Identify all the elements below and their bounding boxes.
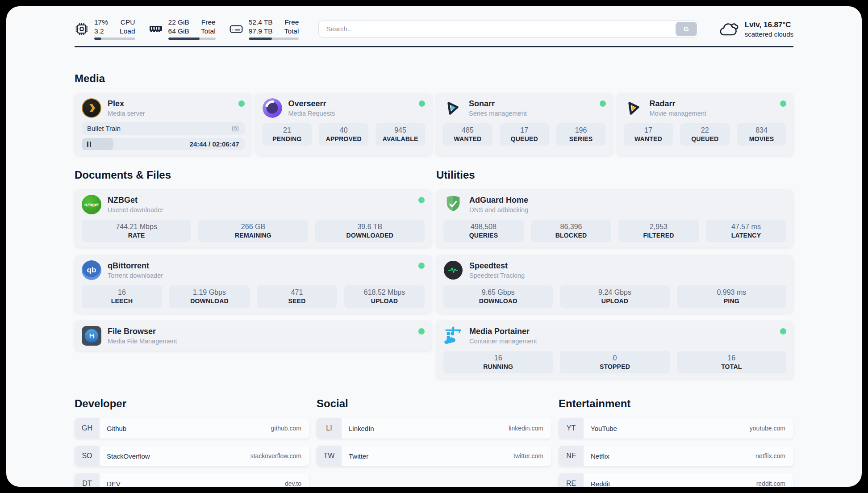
disk-total-label: Total [284,27,299,35]
section-title-utilities: Utilities [436,169,793,181]
status-dot-online [418,263,425,269]
disk-total-value: 97.9 TB [249,27,273,35]
bookmark-abbr: RE [559,473,584,487]
app-card-sonarr[interactable]: Sonarr Series management 485WANTED 17QUE… [436,93,613,155]
app-card-radarr[interactable]: Radarr Movie management 17WANTED 22QUEUE… [617,93,794,155]
ram-progress-fill [168,38,200,40]
playback-time: 24:44 / 02:06:47 [190,140,245,148]
stat-queued: 22QUEUED [680,123,730,146]
weather-location-temp: Lviv, 16.87°C [745,20,793,29]
app-name-plex: Plex [108,99,145,109]
app-desc-speedtest: Speedtest Tracking [469,272,525,279]
ram-icon [149,22,163,36]
now-playing-row: Bullet Train [82,122,245,135]
bookmark-abbr: GH [75,418,100,439]
app-desc-nzbget: Usenet downloader [108,206,163,213]
status-dot-online [419,100,425,107]
bookmark-url: linkedin.com [509,425,543,432]
app-card-qbittorrent[interactable]: qb qBittorrent Torrent downloader 16LEEC… [75,255,432,313]
app-desc-radarr: Movie management [650,110,706,117]
playback-progress-fill [82,138,113,150]
stat-download: 9.65 GbpsDOWNLOAD [443,285,553,308]
bookmark-url: reddit.com [756,480,785,487]
filebrowser-icon [82,326,101,346]
bookmark-abbr: DT [75,473,100,487]
disk-free-label: Free [284,18,299,26]
cpu-load-value: 3.2 [94,27,108,35]
bookmark-name: Reddit [591,480,610,487]
bookmark-name: StackOverflow [107,452,150,460]
stat-ping: 0.993 msPING [677,285,786,308]
stat-wanted: 485WANTED [443,123,492,146]
bookmark-dev[interactable]: DT DEV dev.to [75,473,309,487]
app-desc-overseerr: Media Requests [288,110,335,117]
playback-progress-bar[interactable]: 24:44 / 02:06:47 [82,138,245,150]
bookmark-name: Github [107,425,126,432]
search-engine-button[interactable]: G [676,22,697,36]
search-input[interactable] [318,21,698,38]
bookmark-name: Twitter [349,452,368,460]
app-card-plex[interactable]: Plex Media server Bullet Train 24:44 / 0 [75,93,252,155]
nzbget-icon: nzbget [82,195,101,214]
bookmark-url: youtube.com [750,425,785,432]
bookmark-twitter[interactable]: TW Twitter twitter.com [317,446,551,466]
stat-stopped: 0STOPPED [560,351,669,373]
ram-free-label: Free [201,18,216,26]
bookmark-name: LinkedIn [349,425,374,432]
cpu-usage-label: CPU [120,18,135,26]
bookmark-youtube[interactable]: YT YouTube youtube.com [559,418,793,439]
app-card-speedtest[interactable]: Speedtest Speedtest Tracking 9.65 GbpsDO… [436,255,793,313]
bookmark-linkedin[interactable]: LI LinkedIn linkedin.com [317,418,551,439]
ram-monitor: 22 GiB Free 64 GiB Total [149,18,216,40]
stat-remaining: 266 GBREMAINING [198,220,308,242]
dashboard-page: 17% CPU 3.2 Load [6,6,862,487]
cpu-load-label: Load [120,27,135,35]
status-dot-online [418,328,425,334]
stat-blocked: 86,396BLOCKED [531,220,611,242]
bookmark-abbr: SO [75,446,100,466]
disk-progress-track [249,38,299,40]
cpu-icon [75,22,89,36]
app-name-radarr: Radarr [650,99,706,109]
cpu-progress-fill [94,38,101,40]
stat-approved: 40APPROVED [319,123,368,146]
app-name-adguard: AdGuard Home [469,196,528,205]
status-dot-online [238,100,245,107]
app-name-overseerr: Overseerr [288,99,335,109]
status-dot-online [418,197,425,203]
section-title-entertainment: Entertainment [559,397,793,410]
ram-progress-track [168,38,216,40]
bookmark-url: netflix.com [755,452,785,460]
app-card-nzbget[interactable]: nzbget NZBGet Usenet downloader 744.21 M… [75,189,432,247]
stat-pending: 21PENDING [263,123,312,146]
status-dot-online [600,100,606,107]
app-name-nzbget: NZBGet [108,196,163,205]
stat-leech: 16LEECH [82,285,162,308]
bookmark-github[interactable]: GH Github github.com [75,418,309,439]
now-playing-title: Bullet Train [87,125,121,132]
app-desc-qbittorrent: Torrent downloader [108,272,163,279]
bookmark-url: twitter.com [513,452,543,460]
app-card-adguard[interactable]: AdGuard Home DNS and adblocking 498,508Q… [436,189,793,247]
app-card-overseerr[interactable]: Overseerr Media Requests 21PENDING 40APP… [255,93,433,155]
bookmark-url: stackoverflow.com [250,452,301,460]
bookmark-netflix[interactable]: NF Netflix netflix.com [559,446,793,466]
app-card-portainer[interactable]: Media Portainer Container management 16R… [436,321,793,379]
weather-widget[interactable]: Lviv, 16.87°C scattered clouds [718,19,793,39]
sonarr-icon [443,98,463,118]
stat-download: 1.19 GbpsDOWNLOAD [169,285,250,308]
status-dot-online [780,100,786,107]
app-name-filebrowser: File Browser [108,327,177,336]
pause-icon [87,142,91,147]
stat-seed: 471SEED [257,285,337,308]
ram-free-value: 22 GiB [168,18,189,26]
bookmark-reddit[interactable]: RE Reddit reddit.com [559,473,793,487]
app-card-filebrowser[interactable]: File Browser Media File Management [75,321,432,351]
stat-latency: 47.57 msLATENCY [706,220,786,242]
header-divider [75,46,793,47]
radarr-icon [624,98,643,118]
app-desc-plex: Media server [108,110,145,117]
disk-icon [229,22,243,36]
bookmark-stackoverflow[interactable]: SO StackOverflow stackoverflow.com [75,446,309,466]
portainer-icon [443,326,463,346]
